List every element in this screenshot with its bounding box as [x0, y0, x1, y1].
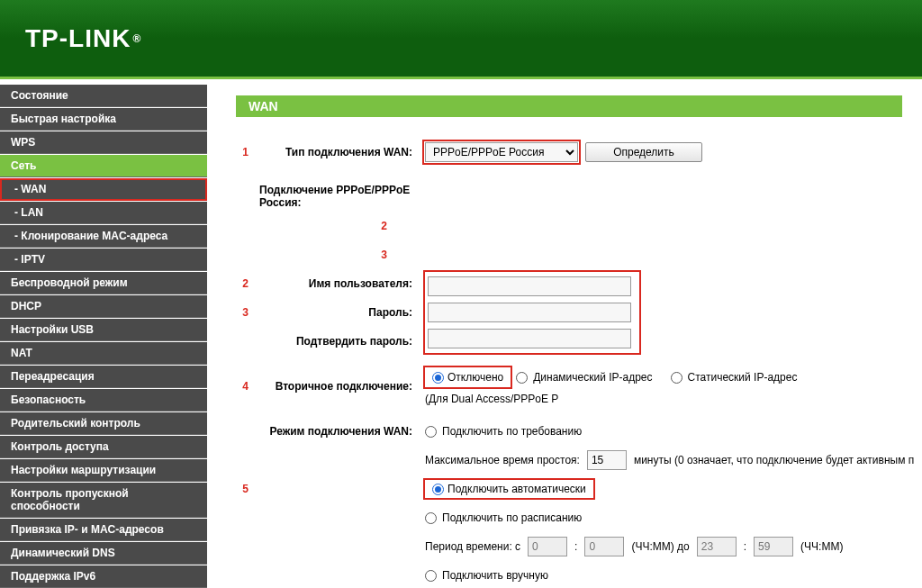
max-idle-label: Максимальное время простоя:	[425, 454, 580, 466]
sidebar-item-12[interactable]: Переадресация	[0, 366, 207, 388]
sidebar-item-2[interactable]: WPS	[0, 131, 207, 154]
mode-schedule-label: Подключить по расписанию	[442, 511, 582, 524]
sec-disabled-radio[interactable]	[432, 372, 444, 384]
sidebar-item-8[interactable]: Беспроводной режим	[0, 272, 207, 294]
marker-4: 4	[236, 380, 249, 393]
sidebar-item-0[interactable]: Состояние	[0, 85, 207, 107]
sidebar-item-5[interactable]: - LAN	[0, 202, 207, 224]
marker-2b: 2	[236, 277, 249, 290]
conn-type-label: Тип подключения WAN:	[259, 146, 425, 158]
hhmm1: (ЧЧ:ММ) до	[631, 540, 689, 553]
sidebar-item-13[interactable]: Безопасность	[0, 389, 207, 412]
mode-schedule-radio[interactable]	[425, 512, 437, 524]
sec-static-radio[interactable]	[671, 372, 682, 384]
sec-static-label: Статический IP-адрес	[688, 371, 798, 384]
sidebar-item-7[interactable]: - IPTV	[0, 249, 207, 271]
mode-manual-label: Подключить вручную	[442, 569, 548, 582]
period-h2[interactable]	[697, 537, 737, 556]
pppoe-section-label: Подключение PPPoE/PPPoE Россия:	[259, 184, 425, 209]
logo-text: TP-LINK	[25, 24, 131, 53]
sec-disabled-label: Отключено	[447, 371, 503, 384]
sidebar-item-1[interactable]: Быстрая настройка	[0, 108, 207, 131]
sidebar-item-9[interactable]: DHCP	[0, 295, 207, 318]
period-h1[interactable]	[528, 537, 567, 556]
period-from-label: Период времени: с	[425, 540, 520, 553]
sec-note: (Для Dual Access/PPPoE Р	[425, 393, 558, 405]
marker-2: 2	[259, 220, 414, 232]
sidebar-item-4[interactable]: - WAN	[0, 178, 207, 201]
period-m2[interactable]	[754, 537, 793, 556]
header: TP-LINK®	[0, 0, 922, 79]
sidebar-item-3[interactable]: Сеть	[0, 155, 207, 177]
detect-button[interactable]: Определить	[585, 142, 702, 162]
mode-manual-radio[interactable]	[425, 570, 437, 582]
sec-dyn-label: Динамический IP-адрес	[533, 371, 652, 384]
sidebar-item-10[interactable]: Настройки USB	[0, 319, 207, 341]
main-panel: WAN 1 Тип подключения WAN: PPPoE/PPPoE Р…	[212, 79, 922, 588]
marker-3: 3	[259, 249, 414, 261]
logo: TP-LINK®	[25, 24, 141, 53]
mode-auto-radio[interactable]	[432, 484, 444, 495]
hhmm2: (ЧЧ:ММ)	[800, 540, 843, 553]
sidebar-item-18[interactable]: Привязка IP- и MAC-адресов	[0, 519, 207, 541]
idle-unit-1: минуты (0 означает, что подключение буде…	[634, 454, 914, 466]
confirm-password-input[interactable]	[428, 329, 631, 348]
password-label: Пароль:	[259, 306, 425, 319]
sidebar-item-19[interactable]: Динамический DNS	[0, 542, 207, 565]
sidebar-item-20[interactable]: Поддержка IPv6	[0, 565, 207, 588]
sidebar-item-16[interactable]: Настройки маршрутизации	[0, 459, 207, 482]
password-input[interactable]	[428, 303, 631, 322]
sec-dyn-radio[interactable]	[516, 372, 528, 384]
confirm-label: Подтвердить пароль:	[259, 335, 425, 348]
mode-demand-radio[interactable]	[425, 426, 437, 438]
conn-type-select[interactable]: PPPoE/PPPoE Россия	[425, 142, 578, 162]
marker-3b: 3	[236, 306, 249, 319]
marker-5: 5	[236, 483, 249, 495]
mode-demand-label: Подключить по требованию	[442, 425, 582, 438]
idle-input-1[interactable]	[587, 450, 627, 470]
mode-label: Режим подключения WAN:	[259, 425, 425, 438]
registered-icon: ®	[132, 32, 141, 45]
sidebar-item-11[interactable]: NAT	[0, 342, 207, 365]
sidebar-item-6[interactable]: - Клонирование MAC-адреса	[0, 225, 207, 248]
username-input-real[interactable]	[428, 276, 631, 296]
panel-title: WAN	[236, 95, 902, 117]
username-label2: Имя пользователя:	[259, 277, 425, 290]
sidebar-item-14[interactable]: Родительский контроль	[0, 412, 207, 435]
sidebar: СостояниеБыстрая настройкаWPSСеть- WAN- …	[0, 79, 207, 588]
mode-auto-label: Подключить автоматически	[447, 483, 586, 495]
marker-1: 1	[236, 146, 249, 158]
sidebar-item-15[interactable]: Контроль доступа	[0, 436, 207, 458]
period-m1[interactable]	[584, 537, 624, 556]
sidebar-item-17[interactable]: Контроль пропускной способности	[0, 483, 207, 518]
secondary-label: Вторичное подключение:	[259, 380, 425, 393]
